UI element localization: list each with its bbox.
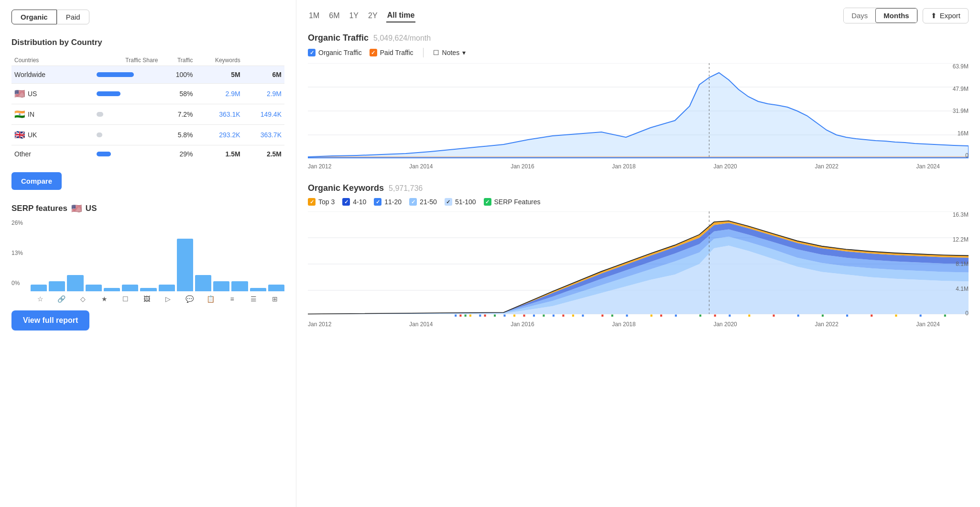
svg-rect-31 (651, 315, 653, 317)
tab-2y[interactable]: 2Y (367, 10, 379, 22)
notes-icon: ☐ (433, 49, 439, 56)
tab-alltime[interactable]: All time (386, 9, 416, 22)
svg-rect-38 (773, 315, 775, 317)
keywords-value: 2.5M (243, 145, 284, 163)
notes-label: Notes (442, 49, 460, 56)
svg-rect-15 (469, 315, 471, 317)
export-button[interactable]: ⬆ Export (923, 8, 969, 23)
export-icon: ⬆ (931, 11, 937, 20)
table-row[interactable]: Other 29%1.5M2.5M (11, 145, 284, 163)
traffic-value[interactable]: 2.9M (196, 84, 243, 104)
k11-20-check-icon: ✓ (374, 198, 381, 206)
legend-21-50[interactable]: ✓ 21-50 (409, 198, 437, 206)
serp-chart: 26% 13% 0% ☆ 🔗 ◇ ★ ☐ 🖼 ▷ 💬 📋 ≡ ☰ ⊞ (11, 220, 284, 306)
traffic-share-value: 58% (161, 84, 196, 104)
legend-paid-label: Paid Traffic (380, 49, 414, 56)
compare-button[interactable]: Compare (11, 172, 62, 190)
months-button[interactable]: Months (875, 8, 917, 23)
legend-organic[interactable]: ✓ Organic Traffic (308, 49, 362, 56)
y-label-47: 47.9M (942, 86, 969, 92)
kx-label-2014: Jan 2014 (409, 321, 433, 328)
serp-icon-10: ≡ (222, 295, 242, 303)
legend-serp-label: SERP Features (494, 198, 541, 206)
days-button[interactable]: Days (844, 8, 875, 23)
country-name: 🇮🇳 IN (14, 109, 91, 120)
svg-rect-28 (601, 315, 603, 317)
y-label-31: 31.9M (942, 108, 969, 114)
col-traffic: Traffic (161, 55, 196, 66)
legend-serp-features[interactable]: ✓ SERP Features (484, 198, 541, 206)
svg-rect-42 (871, 315, 872, 317)
serp-bar (122, 285, 138, 291)
svg-rect-30 (626, 315, 628, 317)
keywords-value[interactable]: 2.9M (243, 84, 284, 104)
k4-10-check-icon: ✓ (342, 198, 350, 206)
serp-icon-7: ▷ (158, 295, 178, 303)
serp-icon-8: 💬 (180, 295, 199, 303)
x-label-2014: Jan 2014 (409, 163, 433, 170)
legend-paid[interactable]: ✓ Paid Traffic (370, 49, 414, 56)
serp-y-labels: 26% 13% 0% (11, 220, 23, 287)
svg-rect-12 (455, 315, 457, 317)
right-top-row: 1M 6M 1Y 2Y All time Days Months ⬆ Expor… (308, 8, 969, 23)
notes-chevron-icon: ▾ (462, 49, 466, 56)
svg-rect-44 (920, 315, 922, 317)
traffic-chart-svg (308, 63, 969, 159)
legend-4-10[interactable]: ✓ 4-10 (342, 198, 366, 206)
legend-11-20-label: 11-20 (384, 198, 402, 206)
traffic-value[interactable]: 363.1K (196, 104, 243, 125)
organic-tab[interactable]: Organic (11, 10, 57, 24)
table-row[interactable]: Worldwide 100%5M6M (11, 66, 284, 84)
tab-6m[interactable]: 6M (328, 10, 340, 22)
keywords-value[interactable]: 149.4K (243, 104, 284, 125)
table-row[interactable]: 🇮🇳 IN 7.2%363.1K149.4K (11, 104, 284, 125)
organic-keywords-title: Organic Keywords (308, 183, 384, 193)
serp-bar (231, 281, 248, 291)
keywords-value[interactable]: 363.7K (243, 125, 284, 145)
kx-label-2012: Jan 2012 (308, 321, 331, 328)
serp-bar (268, 285, 284, 291)
serp-icon-12: ⊞ (265, 295, 284, 303)
kx-label-2016: Jan 2016 (511, 321, 534, 328)
svg-rect-14 (465, 315, 467, 317)
k21-50-check-icon: ✓ (409, 198, 417, 206)
tab-1y[interactable]: 1Y (348, 10, 359, 22)
serp-icon-2: 🔗 (52, 295, 72, 303)
serp-bar (213, 281, 229, 291)
traffic-bar-cell (94, 84, 161, 104)
keywords-y-axis: 16.3M 12.2M 8.1M 4.1M 0 (942, 211, 969, 317)
kx-label-2018: Jan 2018 (612, 321, 635, 328)
table-row[interactable]: 🇺🇸 US 58%2.9M2.9M (11, 84, 284, 104)
organic-keywords-subtitle: 5,971,736 (389, 184, 423, 193)
traffic-value[interactable]: 293.2K (196, 125, 243, 145)
distribution-table: Countries Traffic Share Traffic Keywords… (11, 55, 284, 163)
svg-rect-16 (479, 315, 481, 317)
serp-y-13: 13% (11, 250, 23, 256)
view-full-report-button[interactable]: View full report (11, 310, 89, 331)
organic-traffic-subtitle: 5,049,624/month (373, 34, 431, 43)
organic-traffic-section: Organic Traffic 5,049,624/month ✓ Organi… (308, 33, 969, 170)
organic-keywords-section: Organic Keywords 5,971,736 ✓ Top 3 ✓ 4-1… (308, 183, 969, 328)
ky-label-0: 0 (942, 310, 969, 317)
svg-rect-17 (484, 315, 486, 317)
svg-rect-13 (459, 315, 461, 317)
tab-1m[interactable]: 1M (308, 10, 320, 22)
serp-y-26: 26% (11, 220, 23, 226)
serp-icons-row: ☆ 🔗 ◇ ★ ☐ 🖼 ▷ 💬 📋 ≡ ☰ ⊞ (31, 292, 284, 306)
table-row[interactable]: 🇬🇧 UK 5.8%293.2K363.7K (11, 125, 284, 145)
svg-rect-18 (494, 315, 496, 317)
legend-top3-label: Top 3 (318, 198, 335, 206)
legend-top3[interactable]: ✓ Top 3 (308, 198, 335, 206)
serp-bar (86, 285, 102, 291)
legend-51-100[interactable]: ✓ 51-100 (445, 198, 476, 206)
legend-11-20[interactable]: ✓ 11-20 (374, 198, 402, 206)
serp-bar (195, 275, 211, 291)
svg-rect-34 (699, 315, 701, 317)
serp-country: US (86, 204, 97, 213)
k51-100-check-icon: ✓ (445, 198, 452, 206)
paid-tab[interactable]: Paid (57, 10, 89, 24)
x-label-2016: Jan 2016 (511, 163, 534, 170)
x-label-2020: Jan 2020 (713, 163, 737, 170)
serp-bars-container (31, 220, 284, 291)
notes-button[interactable]: ☐ Notes ▾ (433, 49, 466, 56)
